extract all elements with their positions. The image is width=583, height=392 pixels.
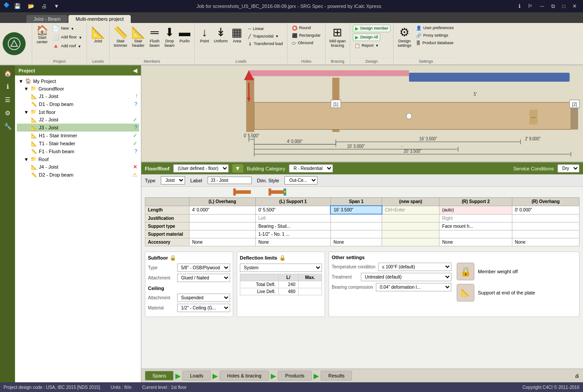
support-mat-l-support[interactable]: 1-1/2" - No. 1 ...: [255, 230, 330, 238]
tab-loads[interactable]: Loads: [182, 371, 211, 381]
total-defl-max[interactable]: [298, 281, 322, 288]
info-sidebar-icon[interactable]: ℹ: [1, 80, 14, 93]
stair-trimmer-btn[interactable]: 📏 Stairtrimmer: [112, 25, 129, 49]
flag-btn[interactable]: 🏳: [525, 2, 536, 10]
length-span1[interactable]: 16' 3.500": [330, 206, 382, 214]
deflection-system-select[interactable]: System: [240, 264, 322, 272]
type-select[interactable]: Joist: [161, 176, 185, 185]
new-btn[interactable]: 📄 New ▼: [50, 25, 84, 33]
accessory-r-overhang[interactable]: None: [512, 238, 579, 246]
support-type-r-support[interactable]: Face mount h...: [439, 222, 512, 230]
tree-item-roof[interactable]: ▼ 📁 Roof: [17, 155, 139, 163]
transferred-load-btn[interactable]: ⇓ Transferred load: [246, 41, 284, 47]
tab-products[interactable]: Products: [278, 371, 312, 381]
quick-save-btn[interactable]: 💾: [11, 2, 23, 10]
service-condition-select[interactable]: Dry: [557, 164, 579, 173]
live-defl-l[interactable]: 480: [278, 288, 298, 295]
floor-dropdown-btn[interactable]: ▼: [232, 164, 243, 173]
rectangular-hole-btn[interactable]: ⬛ Rectangular: [290, 32, 322, 39]
accessory-l-support[interactable]: None: [255, 238, 330, 246]
settings2-sidebar-icon[interactable]: 🔧: [1, 120, 14, 132]
subfloor-type-select[interactable]: 5/8" - OSB/Plywood: [177, 264, 230, 272]
temp-condition-select[interactable]: ≤ 100°F (default): [378, 263, 451, 271]
print-btn[interactable]: 🖨: [575, 373, 579, 378]
sidebar-collapse-btn[interactable]: ◀: [133, 67, 137, 74]
tab-joist-beam[interactable]: Joist - Beam: [26, 15, 68, 23]
subfloor-lock-icon[interactable]: 🔒: [170, 255, 176, 261]
ceiling-material-select[interactable]: 1/2" - Ceiling (G...: [177, 304, 230, 312]
stair-header-btn[interactable]: 📐 Stairheader: [130, 25, 147, 49]
restore-btn[interactable]: ⧉: [549, 2, 558, 10]
minimize-btn[interactable]: ─: [538, 2, 547, 10]
building-category-select[interactable]: R - Residential: [289, 164, 333, 173]
area-load-btn[interactable]: ▦ Area: [230, 25, 244, 45]
length-new-span[interactable]: Ctrl+Enter: [382, 206, 439, 214]
accessory-r-support[interactable]: None: [439, 238, 512, 246]
tree-item-j3[interactable]: 📐 J3 - Joist ?: [17, 124, 139, 132]
bearing-compression-select[interactable]: 0.04" deformation l...: [376, 283, 451, 291]
tree-item-groundfloor[interactable]: ▼ 📁 Groundfloor: [17, 85, 139, 92]
support-type-l-support[interactable]: Bearing - Stud...: [255, 222, 330, 230]
length-r-overhang[interactable]: 0' 0.000": [512, 206, 579, 214]
live-defl-max[interactable]: [298, 288, 322, 295]
tab-multi-members[interactable]: Multi-members project: [68, 15, 131, 23]
close-btn[interactable]: ✕: [570, 2, 579, 10]
length-r-support[interactable]: (auto): [439, 206, 512, 214]
point-load-btn[interactable]: ↓ Point: [197, 25, 212, 45]
just-l-support[interactable]: Left: [255, 214, 330, 222]
tree-item-1st-floor[interactable]: ▼ 📁 1st floor: [17, 108, 139, 116]
trapezoidal-load-btn[interactable]: ╱ Trapezoidal ▼: [246, 33, 284, 40]
report-btn[interactable]: 📋 Report ▼: [353, 42, 381, 49]
list-sidebar-icon[interactable]: ☰: [1, 94, 14, 106]
linear-load-btn[interactable]: ╌ Linear: [246, 26, 284, 32]
accessory-span1[interactable]: None: [330, 238, 382, 246]
just-r-support[interactable]: Right: [439, 214, 512, 222]
design-settings-btn[interactable]: ⚙ Designsettings: [396, 25, 413, 49]
quick-print-btn[interactable]: 🖨: [39, 2, 49, 10]
treatment-select[interactable]: Untreated (default): [361, 273, 451, 281]
tree-item-f1[interactable]: 📏 F1 - Flush beam ?: [17, 147, 139, 155]
quick-open-btn[interactable]: 📂: [25, 2, 37, 10]
flush-beam-btn[interactable]: ═ Flushbeam: [148, 25, 162, 49]
uniform-load-btn[interactable]: ↡ Uniform: [212, 25, 229, 45]
drop-beam-btn[interactable]: ⬇ Dropbeam: [163, 25, 177, 49]
tree-item-h1[interactable]: 📐 H1 - Stair trimmer ✓: [17, 132, 139, 139]
product-database-btn[interactable]: 🗄 Product database: [414, 40, 455, 46]
design-member-btn[interactable]: ▶ Design member: [353, 25, 391, 32]
mid-span-bracing-btn[interactable]: ⊞ Mid-spanbracing: [328, 25, 347, 49]
tab-spans[interactable]: Spans: [145, 371, 174, 381]
total-defl-l[interactable]: 240: [278, 281, 298, 288]
tree-item-d1[interactable]: 📏 D1 - Drop beam ?: [17, 100, 139, 108]
tree-item-j1[interactable]: 📐 J1 - Joist !: [17, 92, 139, 100]
subfloor-attachment-select[interactable]: Glued / Nailed: [177, 274, 230, 282]
floor-select[interactable]: (User defined - floor): [173, 164, 229, 173]
maximize-btn[interactable]: □: [560, 2, 568, 10]
round-hole-btn[interactable]: ⭕ Round: [290, 25, 313, 31]
joist-btn[interactable]: 📐 Joist: [90, 25, 106, 45]
home-sidebar-icon[interactable]: 🏠: [1, 67, 14, 79]
tree-item-my-project[interactable]: ▼ 🏠 My Project: [17, 77, 139, 85]
purlin-btn[interactable]: ▬ Purlin: [178, 25, 192, 45]
dim-style-select[interactable]: Out-Ce...: [284, 176, 318, 185]
tree-item-j4[interactable]: 📐 J4 - Joist ✕: [17, 163, 139, 171]
start-center-btn[interactable]: 🏠 Startcenter: [35, 25, 49, 45]
info-btn[interactable]: ℹ: [516, 2, 523, 10]
design-all-btn[interactable]: ▶ Design All: [353, 34, 380, 41]
deflection-lock-icon[interactable]: 🔒: [279, 255, 286, 261]
obround-hole-btn[interactable]: ⬭ Obround: [290, 40, 315, 47]
ceiling-attachment-select[interactable]: Suspended: [177, 294, 230, 302]
add-roof-btn[interactable]: 🔺 Add roof ▼: [50, 42, 84, 50]
length-l-overhang[interactable]: 4' 0.000": [189, 206, 256, 214]
quick-customize-btn[interactable]: ▼: [51, 2, 62, 10]
label-input[interactable]: [208, 177, 252, 184]
add-floor-btn[interactable]: ⬜ Add floor ▼: [50, 34, 84, 41]
tree-item-d2[interactable]: 📏 D2 - Drop beam ⚠: [17, 171, 139, 179]
length-l-support[interactable]: 0' 5.500": [255, 206, 330, 214]
tree-item-t1[interactable]: 📐 T1 - Stair header ✓: [17, 139, 139, 147]
user-preferences-btn[interactable]: 👤 User preferences: [414, 25, 455, 31]
accessory-l-overhang[interactable]: None: [189, 238, 256, 246]
gear-sidebar-icon[interactable]: ⚙: [1, 107, 14, 119]
tab-results[interactable]: Results: [321, 371, 352, 381]
proxy-settings-btn[interactable]: 🔗 Proxy settings: [414, 32, 455, 39]
tree-item-j2[interactable]: 📐 J2 - Joist ✓: [17, 116, 139, 124]
